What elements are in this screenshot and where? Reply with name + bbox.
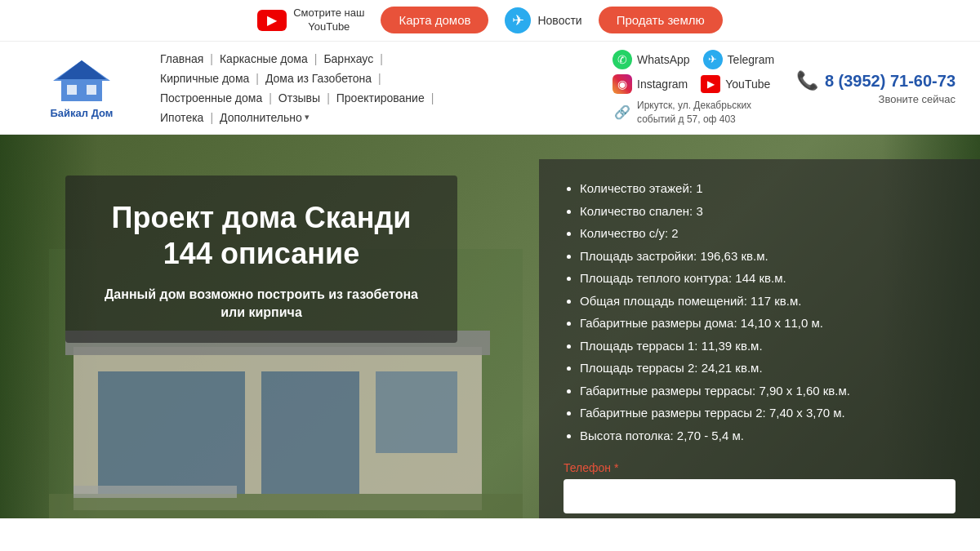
whatsapp-label: WhatsApp xyxy=(637,53,690,66)
spec-terrasa2: Площадь террасы 2: 24,21 кв.м. xyxy=(580,359,956,378)
logo-area[interactable]: Байкал Дом xyxy=(24,56,139,119)
instagram-icon: ◉ xyxy=(612,74,632,94)
instagram-contact[interactable]: ◉ Instagram xyxy=(612,74,688,94)
youtube-sm-icon: ▶ xyxy=(701,75,720,93)
logo-svg xyxy=(49,56,114,105)
svg-rect-8 xyxy=(261,371,359,494)
telegram-contact-label: Telegram xyxy=(728,53,775,66)
svg-rect-11 xyxy=(74,486,237,498)
contacts-row-1: ✆ WhatsApp ✈ Telegram xyxy=(612,50,774,69)
svg-marker-1 xyxy=(57,60,106,79)
spec-teplyi: Площадь теплого контура: 144 кв.м. xyxy=(580,269,956,288)
nav-kirpichnie[interactable]: Кирпичные дома xyxy=(155,70,254,87)
link-icon: 🔗 xyxy=(612,103,632,122)
karta-button[interactable]: Карта домов xyxy=(381,7,488,33)
spec-terrasa-size2: Габаритные размеры террасы 2: 7,40 x 3,7… xyxy=(580,404,956,423)
spec-su: Количество с/у: 2 xyxy=(580,224,956,243)
hero-title: Проект дома Сканди 144 описание xyxy=(98,200,425,270)
phone-field-label: Телефон * xyxy=(564,461,956,474)
spec-terrasa1: Площадь террасы 1: 11,39 кв.м. xyxy=(580,337,956,356)
spec-zastroyki: Площадь застройки: 196,63 кв.м. xyxy=(580,247,956,266)
nav-ipoteka[interactable]: Ипотека xyxy=(155,109,208,126)
nav-barnhaus[interactable]: Барнхаус xyxy=(318,51,378,67)
youtube-label: Смотрите нашYouTube xyxy=(293,7,364,34)
contacts-row-2: ◉ Instagram ▶ YouTube xyxy=(612,74,770,94)
spec-spalni: Количество спален: 3 xyxy=(580,202,956,221)
phone-area: 📞 8 (3952) 71-60-73 Звоните сейчас xyxy=(792,70,956,105)
hero-subtitle: Данный дом возможно построить из газобет… xyxy=(98,286,425,322)
youtube-icon: ▶ xyxy=(257,10,287,31)
header: Байкал Дом Главная | Каркасные дома | Ба… xyxy=(0,42,980,136)
address-text: Иркутск, ул. Декабрьскихсобытий д 57, оф… xyxy=(637,99,751,127)
logo-text: Байкал Дом xyxy=(51,107,114,119)
telegram-promo[interactable]: ✈ Новости xyxy=(505,7,581,33)
telegram-contact[interactable]: ✈ Telegram xyxy=(703,50,775,69)
phone-number: 8 (3952) 71-60-73 xyxy=(825,72,956,91)
spec-terrasa-size1: Габаритные размеры террасы: 7,90 x 1,60 … xyxy=(580,382,956,401)
nav-row-1: Главная | Каркасные дома | Барнхаус | xyxy=(155,51,612,67)
svg-rect-2 xyxy=(67,85,77,95)
spec-gabariti: Габаритные размеры дома: 14,10 x 11,0 м. xyxy=(580,314,956,333)
contacts-row-3: 🔗 Иркутск, ул. Декабрьскихсобытий д 57, … xyxy=(612,99,751,127)
nav-gazobeton[interactable]: Дома из Газобетона xyxy=(261,70,376,87)
nav-dopolnitelno[interactable]: Дополнительно ▾ xyxy=(215,109,314,126)
youtube-promo[interactable]: ▶ Смотрите нашYouTube xyxy=(257,7,364,34)
svg-rect-3 xyxy=(87,85,96,95)
whatsapp-icon: ✆ xyxy=(612,50,632,69)
phone-row[interactable]: 📞 8 (3952) 71-60-73 xyxy=(796,70,956,91)
hero-left-panel: Проект дома Сканди 144 описание Данный д… xyxy=(65,176,457,342)
nav-row-4: Ипотека | Дополнительно ▾ xyxy=(155,109,612,126)
nav-proektirovanie[interactable]: Проектирование xyxy=(332,90,430,106)
nav-area: Главная | Каркасные дома | Барнхаус | Ки… xyxy=(155,51,612,126)
phone-subtitle: Звоните сейчас xyxy=(879,93,956,105)
nav-row-2: Кирпичные дома | Дома из Газобетона | xyxy=(155,70,612,87)
whatsapp-contact[interactable]: ✆ WhatsApp xyxy=(612,50,690,69)
svg-rect-9 xyxy=(376,371,457,453)
specs-list: Количество этажей: 1 Количество спален: … xyxy=(564,180,956,445)
spec-vysota: Высота потолка: 2,70 - 5,4 м. xyxy=(580,427,956,446)
telegram-icon: ✈ xyxy=(505,7,531,33)
youtube-contact-label: YouTube xyxy=(725,78,770,91)
contacts-area: ✆ WhatsApp ✈ Telegram ◉ Instagram ▶ YouT… xyxy=(612,50,792,127)
address-contact: 🔗 Иркутск, ул. Декабрьскихсобытий д 57, … xyxy=(612,99,751,127)
nav-karkasnie[interactable]: Каркасные дома xyxy=(215,51,313,67)
nav-row-3: Построенные дома | Отзывы | Проектирован… xyxy=(155,90,612,106)
nav-glavnaya[interactable]: Главная xyxy=(155,51,208,67)
hero-right-panel: Количество этажей: 1 Количество спален: … xyxy=(539,159,980,518)
spec-obshaya: Общая площадь помещений: 117 кв.м. xyxy=(580,292,956,311)
top-bar: ▶ Смотрите нашYouTube Карта домов ✈ Ново… xyxy=(0,0,980,42)
phone-icon: 📞 xyxy=(796,70,818,91)
youtube-contact[interactable]: ▶ YouTube xyxy=(701,75,770,93)
prodat-button[interactable]: Продать землю xyxy=(599,7,723,33)
telegram-label: Новости xyxy=(537,14,581,27)
instagram-label: Instagram xyxy=(637,78,688,91)
nav-otzyvy[interactable]: Отзывы xyxy=(274,90,325,106)
hero-section: Проект дома Сканди 144 описание Данный д… xyxy=(0,135,980,518)
nav-postroenie[interactable]: Построенные дома xyxy=(155,90,267,106)
telegram-sm-icon: ✈ xyxy=(703,50,723,69)
spec-etazhi: Количество этажей: 1 xyxy=(580,180,956,198)
chevron-icon: ▾ xyxy=(305,112,310,122)
phone-input[interactable] xyxy=(564,479,956,513)
svg-rect-7 xyxy=(98,371,245,494)
